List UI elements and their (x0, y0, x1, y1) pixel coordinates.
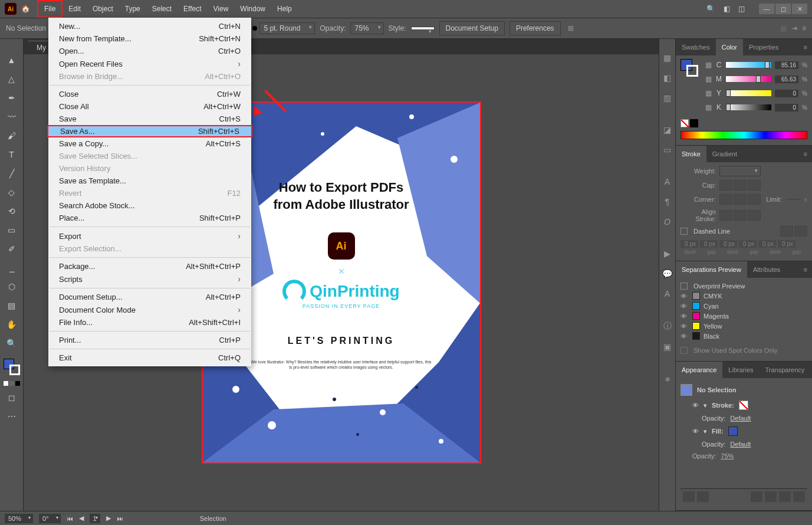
document-setup-button[interactable]: Document Setup (439, 21, 505, 35)
add-stroke-icon[interactable] (683, 491, 695, 502)
slider-M[interactable] (726, 76, 771, 82)
color-spectrum[interactable] (680, 131, 807, 139)
paragraph-strip-icon[interactable]: ¶ (665, 197, 670, 206)
visibility-icon[interactable]: 👁 (680, 303, 689, 310)
menu-window[interactable]: Window (234, 0, 271, 18)
menu-file[interactable]: File (37, 0, 63, 18)
hand-tool[interactable]: ✋ (5, 317, 19, 332)
visibility-icon[interactable]: 👁 (680, 293, 689, 300)
preferences-button[interactable]: Preferences (509, 21, 561, 35)
separations-tab[interactable]: Separations Preview (676, 261, 747, 278)
menu-item-document-setup-[interactable]: Document Setup...Alt+Ctrl+P (48, 291, 251, 303)
menu-item-save-as-template-[interactable]: Save as Template... (48, 175, 251, 187)
duplicate-icon[interactable] (779, 491, 791, 502)
menu-item-save-as-[interactable]: Save As...Shift+Ctrl+S (47, 125, 252, 137)
dashed-line-checkbox[interactable] (680, 228, 688, 235)
arrange-icon[interactable]: ◧ (724, 5, 730, 13)
appearance-tab[interactable]: Appearance (676, 362, 722, 378)
menu-item-close[interactable]: CloseCtrl+W (48, 88, 251, 100)
helm-strip-icon[interactable]: ⎈ (665, 374, 670, 383)
selection-tool[interactable]: ▲ (5, 53, 19, 67)
corner-round[interactable] (734, 194, 747, 205)
menu-item-close-all[interactable]: Close AllAlt+Ctrl+W (48, 100, 251, 113)
align-center[interactable] (719, 210, 732, 221)
stroke-profile-select[interactable]: 5 pt. Round (259, 22, 315, 34)
properties-strip-icon[interactable]: ▦ (663, 53, 671, 63)
transparency-tab[interactable]: Transparency (760, 362, 811, 378)
workspace-icon[interactable]: ◫ (738, 5, 745, 13)
cap-square[interactable] (748, 180, 761, 191)
character-strip-icon[interactable]: A (665, 289, 670, 298)
menu-item-scripts[interactable]: Scripts (48, 273, 251, 286)
width-tool[interactable]: ⎯ (5, 261, 19, 275)
fill-stroke-swatch[interactable] (4, 359, 20, 375)
home-icon[interactable]: 🏠 (21, 5, 30, 13)
style-select[interactable] (411, 27, 435, 30)
menu-item-package-[interactable]: Package...Alt+Shift+Ctrl+P (48, 260, 251, 273)
val-K[interactable]: 0 (775, 104, 798, 111)
doc-strip-icon[interactable]: ▣ (663, 342, 671, 352)
glyph-strip-icon[interactable]: O (664, 217, 670, 227)
slider-K[interactable] (726, 104, 771, 110)
attributes-tab[interactable]: Attributes (747, 261, 786, 278)
visibility-icon[interactable]: 👁 (692, 402, 699, 409)
prev-page-icon[interactable]: ◀ (79, 514, 84, 522)
rotate-tool[interactable]: ⟲ (5, 204, 19, 218)
menu-item-save-a-copy-[interactable]: Save a Copy...Alt+Ctrl+S (48, 137, 251, 150)
clear-icon[interactable] (765, 491, 777, 502)
play-strip-icon[interactable]: ▶ (664, 249, 670, 258)
opacity-select[interactable]: 75% (350, 22, 383, 34)
visibility-icon[interactable]: 👁 (692, 428, 699, 435)
add-fill-icon[interactable] (697, 491, 709, 502)
gradient-tab[interactable]: Gradient (706, 146, 743, 162)
val-C[interactable]: 85.16 (775, 61, 798, 69)
menu-view[interactable]: View (208, 0, 235, 18)
menu-help[interactable]: Help (271, 0, 298, 18)
panel-menu-icon[interactable]: ≡ (799, 39, 812, 55)
color-mode-swatches[interactable] (4, 381, 20, 386)
menu-object[interactable]: Object (87, 0, 119, 18)
visibility-icon[interactable]: 👁 (680, 313, 689, 320)
menu-item-file-info-[interactable]: File Info...Alt+Shift+Ctrl+I (48, 316, 251, 329)
curvature-tool[interactable]: 〰 (5, 110, 19, 124)
val-Y[interactable]: 0 (775, 90, 798, 97)
page-input[interactable]: 1 (90, 514, 100, 523)
panel-fill-stroke[interactable] (680, 59, 698, 77)
type-strip-icon[interactable]: A (665, 177, 670, 186)
swatches-tab[interactable]: Swatches (676, 39, 716, 55)
menu-item-document-color-mode[interactable]: Document Color Mode (48, 303, 251, 316)
next-page-icon[interactable]: ▶ (106, 514, 111, 522)
menu-item-exit[interactable]: ExitCtrl+Q (48, 352, 251, 364)
close-button[interactable]: ✕ (792, 4, 807, 14)
last-page-icon[interactable]: ⏭ (117, 515, 123, 522)
delete-icon[interactable] (793, 491, 805, 502)
snap-icon[interactable]: ⇥ (791, 24, 797, 32)
artboard-strip-icon[interactable]: ▭ (663, 145, 671, 155)
search-icon[interactable]: 🔍 (706, 5, 715, 13)
fx-icon[interactable] (751, 491, 762, 502)
edit-toolbar[interactable]: ⋯ (5, 409, 19, 424)
zoom-select[interactable]: 50% (5, 514, 33, 523)
val-M[interactable]: 65.63 (775, 76, 798, 83)
menu-select[interactable]: Select (146, 0, 177, 18)
menu-item-new-from-template-[interactable]: New from Template...Shift+Ctrl+N (48, 32, 251, 45)
panel-menu-icon[interactable]: ≡ (799, 146, 812, 162)
menu-item-open-recent-files[interactable]: Open Recent Files (48, 57, 251, 70)
slider-Y[interactable] (726, 90, 771, 96)
eyedropper-tool[interactable]: ✐ (5, 242, 19, 256)
menu-item-new-[interactable]: New...Ctrl+N (48, 20, 251, 32)
rectangle-tool[interactable]: ▭ (5, 223, 19, 237)
panel-menu-icon[interactable]: ≡ (802, 24, 806, 32)
menu-effect[interactable]: Effect (177, 0, 207, 18)
corner-bevel[interactable] (748, 194, 761, 205)
overprint-checkbox[interactable] (680, 283, 688, 290)
menu-item-save[interactable]: SaveCtrl+S (48, 113, 251, 125)
stroke-tab[interactable]: Stroke (676, 146, 706, 162)
corner-miter[interactable] (719, 194, 732, 205)
menu-type[interactable]: Type (119, 0, 146, 18)
comment-strip-icon[interactable]: 💬 (662, 269, 672, 278)
panel-menu-icon[interactable]: ≡ (799, 261, 812, 278)
screen-mode-tool[interactable]: ◻ (5, 391, 19, 405)
artboard-tool[interactable]: ▤ (5, 298, 19, 313)
align-inside[interactable] (734, 210, 747, 221)
